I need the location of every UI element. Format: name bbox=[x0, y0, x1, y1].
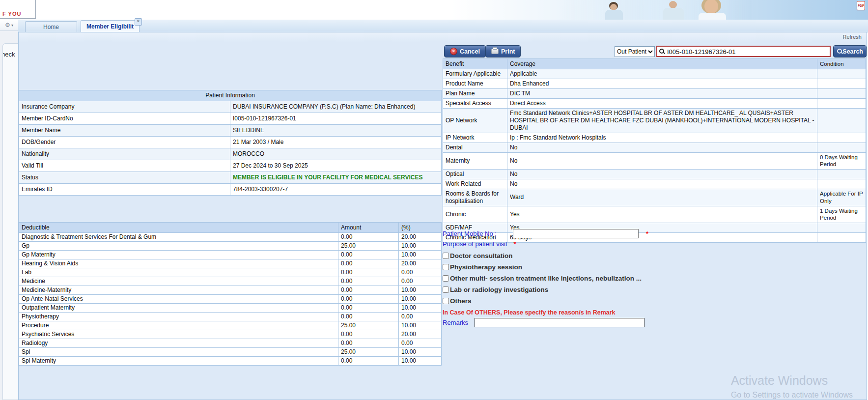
benefits-table: Benefit Coverage Condition Formulary App… bbox=[443, 58, 866, 243]
benefit-condition-cell bbox=[817, 143, 866, 153]
patient-info-row: Nationality MOROCCO bbox=[19, 148, 442, 160]
purpose-option-label: Other multi- session treatment like inje… bbox=[450, 275, 642, 282]
deductible-name-cell: Diagnostic & Treatment Services For Dent… bbox=[19, 233, 338, 242]
purpose-option[interactable]: Doctor consultation bbox=[443, 252, 728, 259]
deductible-percent-cell: 0.00 bbox=[399, 339, 442, 348]
member-search-input[interactable] bbox=[666, 47, 830, 57]
patient-info-row: Status MEMBER IS ELIGIBLE IN YOUR FACILI… bbox=[19, 172, 442, 184]
remarks-input[interactable] bbox=[475, 318, 644, 327]
deductible-row: Medicine 0.00 0.00 bbox=[19, 277, 442, 286]
purpose-option[interactable]: Physiotherapy session bbox=[443, 263, 728, 271]
purpose-checkbox[interactable] bbox=[443, 298, 449, 304]
purpose-checkbox[interactable] bbox=[443, 286, 449, 293]
print-button-label: Print bbox=[501, 48, 515, 55]
deductible-name-cell: Spl Maternity bbox=[19, 357, 338, 366]
deductible-percent-cell: 10.00 bbox=[399, 348, 442, 357]
deductible-amount-cell: 0.00 bbox=[338, 286, 399, 295]
deductible-percent-cell: 10.00 bbox=[399, 321, 442, 330]
deductible-amount-cell: 0.00 bbox=[338, 339, 399, 348]
watermark-line1: Activate Windows bbox=[731, 373, 853, 388]
patient-info-table: Patient Information Insurance Company DU… bbox=[19, 90, 442, 196]
deductible-name-cell: Gp bbox=[19, 242, 338, 251]
patient-type-select[interactable]: Out Patient bbox=[615, 46, 655, 57]
deductible-name-cell: Procedure bbox=[19, 321, 338, 330]
patient-info-row: Valid Till 27 Dec 2024 to 30 Sep 2025 bbox=[19, 160, 442, 172]
refresh-link[interactable]: Refresh bbox=[842, 34, 862, 40]
deductible-row: Gp Maternity 0.00 10.00 bbox=[19, 251, 442, 259]
deductible-name-cell: Lab bbox=[19, 268, 338, 277]
tab-home[interactable]: Home bbox=[25, 21, 77, 32]
settings-menu-button[interactable]: ⚙ ▾ bbox=[0, 20, 18, 31]
deductible-amount-cell: 25.00 bbox=[338, 321, 399, 330]
deductible-name-cell: Medicine bbox=[19, 277, 338, 286]
benefit-condition-cell bbox=[817, 223, 866, 232]
benefit-name-cell: Dental bbox=[443, 143, 507, 153]
patient-info-row: Member Name SIFEDDINE bbox=[19, 125, 442, 137]
deductibles-table: Deductible Amount (%) Diagnostic & Treat… bbox=[19, 222, 442, 366]
benefit-row: Specialist Access Direct Access bbox=[443, 99, 866, 109]
activate-windows-watermark: Activate Windows Go to Settings to activ… bbox=[731, 373, 853, 400]
purpose-option-label: Others bbox=[450, 297, 472, 305]
benefit-row: Dental No bbox=[443, 143, 866, 153]
field-value: 21 Mar 2003 / Male bbox=[230, 137, 442, 148]
benefit-name-cell: Product Name bbox=[443, 79, 507, 89]
deductible-row: Hearing & Vision Aids 0.00 20.00 bbox=[19, 259, 442, 268]
deductible-percent-cell: 20.00 bbox=[399, 330, 442, 339]
sidebar-item-clipped[interactable]: heck bbox=[2, 51, 15, 58]
field-label: Valid Till bbox=[19, 160, 230, 172]
benefits-header-coverage: Coverage bbox=[507, 59, 817, 69]
main-content-panel: Refresh × Cancel Print Out Patient Searc… bbox=[18, 32, 867, 400]
others-instruction: In Case Of OTHERS, Please specify the re… bbox=[443, 309, 728, 316]
print-button[interactable]: Print bbox=[485, 45, 521, 57]
field-label: Member Name bbox=[19, 125, 230, 137]
patient-info-title: Patient Information bbox=[19, 90, 442, 101]
field-label: Emirates ID bbox=[19, 184, 230, 196]
search-button-icon bbox=[837, 48, 840, 55]
cancel-button[interactable]: × Cancel bbox=[444, 45, 486, 57]
deductible-amount-cell: 0.00 bbox=[338, 251, 399, 259]
purpose-option[interactable]: Lab or radiology investigations bbox=[443, 286, 728, 293]
benefit-condition-cell bbox=[817, 179, 866, 189]
visit-form: Patient Mobile No : * Purpose of patient… bbox=[443, 228, 728, 327]
field-value: 784-2003-3300207-7 bbox=[230, 184, 442, 196]
deductible-name-cell: Medicine-Maternity bbox=[19, 286, 338, 295]
tab-member-eligibility[interactable]: Member Eligibilit × bbox=[81, 20, 140, 32]
purpose-option-label: Lab or radiology investigations bbox=[450, 286, 548, 293]
benefit-name-cell: Rooms & Boards for hospitalisation bbox=[443, 189, 507, 206]
patient-mobile-label: Patient Mobile No : bbox=[443, 230, 513, 237]
tab-close-icon[interactable]: × bbox=[135, 18, 142, 26]
purpose-option[interactable]: Others bbox=[443, 297, 728, 305]
benefit-row: Formulary Applicable Applicable bbox=[443, 69, 866, 79]
purpose-checkbox[interactable] bbox=[443, 253, 449, 259]
benefit-coverage-cell: Direct Access bbox=[507, 99, 817, 109]
benefit-condition-cell bbox=[817, 169, 866, 179]
benefit-coverage-cell: Ip : Fmc Standard Network Hospitals bbox=[507, 133, 817, 143]
eligibility-status: MEMBER IS ELIGIBLE IN YOUR FACILITY FOR … bbox=[230, 172, 442, 184]
purpose-checkbox[interactable] bbox=[443, 275, 449, 282]
benefit-condition-cell bbox=[817, 133, 866, 143]
cancel-button-label: Cancel bbox=[460, 48, 480, 55]
deductible-name-cell: Gp Maternity bbox=[19, 251, 338, 259]
purpose-option[interactable]: Other multi- session treatment like inje… bbox=[443, 275, 728, 282]
deductibles-header-percent: (%) bbox=[399, 223, 442, 233]
deductible-amount-cell: 0.00 bbox=[338, 268, 399, 277]
deductible-row: Physiotherapy 0.00 0.00 bbox=[19, 313, 442, 321]
purpose-checkbox[interactable] bbox=[443, 264, 449, 270]
deductible-row: Diagnostic & Treatment Services For Dent… bbox=[19, 233, 442, 242]
deductible-row: Procedure 25.00 10.00 bbox=[19, 321, 442, 330]
deductible-row: Psychiatric Services 0.00 20.00 bbox=[19, 330, 442, 339]
pdf-icon[interactable]: PDF bbox=[857, 1, 865, 10]
benefit-coverage-cell: Ward bbox=[507, 189, 817, 206]
deductible-row: Spl 25.00 10.00 bbox=[19, 348, 442, 357]
benefit-coverage-cell: No bbox=[507, 153, 817, 170]
patient-mobile-input[interactable] bbox=[513, 229, 639, 238]
benefit-condition-cell bbox=[817, 79, 866, 89]
field-value: I005-010-121967326-01 bbox=[230, 113, 442, 125]
field-label: Status bbox=[19, 172, 230, 184]
benefit-name-cell: Work Related bbox=[443, 179, 507, 189]
field-value: MOROCCO bbox=[230, 148, 442, 160]
top-banner: F YOU PDF bbox=[0, 0, 868, 20]
deductible-percent-cell: 10.00 bbox=[399, 357, 442, 366]
search-button[interactable]: Search bbox=[833, 45, 867, 57]
gear-icon: ⚙ bbox=[5, 22, 10, 29]
